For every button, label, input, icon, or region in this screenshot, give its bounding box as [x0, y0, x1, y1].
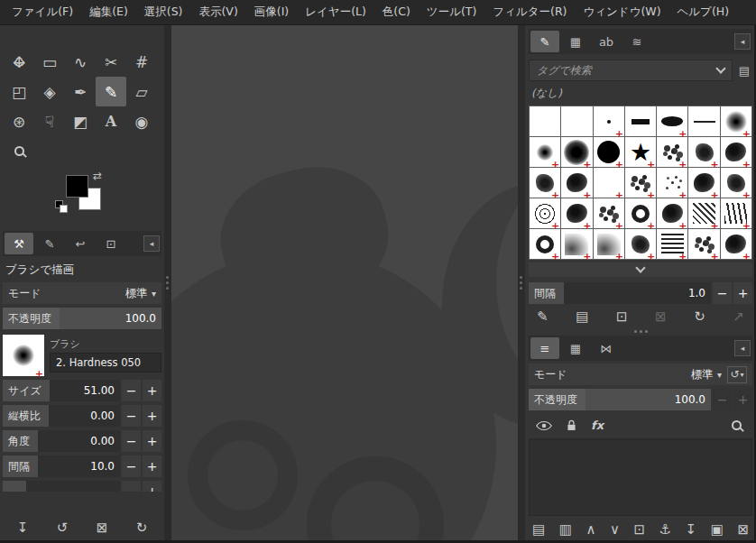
brush-item[interactable]: +: [688, 229, 719, 259]
brush-item[interactable]: +: [594, 168, 624, 198]
aspect-ratio-slider-decrease-button[interactable]: −: [122, 405, 141, 427]
layer-effects-icon[interactable]: fx: [591, 419, 604, 432]
tab-layers[interactable]: ≡: [530, 337, 559, 359]
layer-mode-value[interactable]: 標準: [691, 367, 713, 382]
brush-item[interactable]: [625, 106, 656, 136]
paint-mode-dropdown[interactable]: モード 標準 ▾: [3, 282, 161, 304]
default-colors-icon[interactable]: [55, 200, 68, 213]
delete-tool-preset-button[interactable]: ⊠: [97, 521, 108, 535]
new-layer-button[interactable]: ▤: [532, 523, 545, 537]
new-brush-button[interactable]: ▤: [576, 310, 588, 324]
brush-spacing-decrease-button[interactable]: −: [713, 282, 732, 304]
tab-fonts[interactable]: ab: [592, 31, 621, 52]
size-slider[interactable]: サイズ51.00: [3, 380, 120, 401]
tool-options-panel-menu-button[interactable]: ◂: [143, 235, 160, 252]
menubar-item[interactable]: ツール(T): [419, 1, 484, 23]
delete-layer-button[interactable]: ⊠: [737, 523, 749, 537]
free-select-tool[interactable]: ∿: [65, 47, 96, 77]
brush-thumbnail[interactable]: +: [3, 335, 44, 376]
restore-tool-preset-button[interactable]: ↺: [57, 521, 69, 535]
panel-resize-handle-left[interactable]: [164, 25, 171, 543]
clipped-slider[interactable]: [3, 481, 120, 492]
brush-item[interactable]: +: [657, 106, 687, 136]
menubar-item[interactable]: 表示(V): [190, 1, 245, 23]
lock-icon[interactable]: [566, 419, 577, 432]
brush-spacing-slider[interactable]: 間隔 1.0: [529, 282, 711, 304]
brush-item[interactable]: +: [561, 229, 592, 259]
foreground-color-swatch[interactable]: [66, 175, 88, 198]
brush-item[interactable]: +: [625, 198, 656, 228]
spacing-slider[interactable]: 間隔10.0: [3, 456, 120, 477]
size-slider-decrease-button[interactable]: −: [122, 380, 141, 401]
layer-opacity-slider[interactable]: 不透明度 100.0: [529, 389, 711, 410]
menubar-item[interactable]: 選択(S): [136, 1, 191, 23]
dock-separator-grip[interactable]: [529, 327, 752, 334]
brushes-panel-menu-button[interactable]: ◂: [734, 33, 751, 50]
new-layer-group-button[interactable]: ▥: [559, 523, 572, 537]
save-tool-preset-button[interactable]: ↧: [17, 521, 29, 535]
brush-item[interactable]: +: [657, 229, 687, 259]
brush-item[interactable]: +: [530, 168, 560, 198]
panel-resize-handle-right[interactable]: [518, 25, 525, 543]
brush-item[interactable]: +: [594, 106, 624, 136]
brush-item[interactable]: [688, 106, 719, 136]
zoom-tool[interactable]: [4, 136, 34, 166]
brush-item[interactable]: +: [561, 168, 592, 198]
color-picker-tool[interactable]: ◉: [126, 106, 157, 136]
brush-item[interactable]: +: [657, 198, 687, 228]
angle-slider[interactable]: 角度0.00: [3, 430, 120, 452]
merge-down-button[interactable]: ↧: [686, 523, 697, 537]
spacing-slider-increase-button[interactable]: +: [143, 456, 161, 477]
brush-item[interactable]: +: [721, 137, 751, 167]
brush-item[interactable]: +: [625, 229, 656, 259]
tag-search-input[interactable]: タグで検索: [529, 60, 733, 81]
clone-tool[interactable]: ⊛: [4, 106, 34, 136]
brush-list-expand-button[interactable]: [529, 262, 752, 277]
layers-list[interactable]: [529, 439, 752, 516]
brush-item[interactable]: +: [530, 198, 560, 228]
brush-name-field[interactable]: 2. Hardness 050: [50, 353, 161, 373]
gradient-tool[interactable]: ◩: [65, 106, 96, 136]
brush-item[interactable]: +: [594, 229, 624, 259]
brush-item[interactable]: +: [625, 168, 656, 198]
raise-layer-button[interactable]: ∧: [585, 523, 595, 537]
tab-tool-options[interactable]: ⚒: [5, 233, 33, 254]
crop-tool[interactable]: #: [126, 47, 157, 77]
brush-item[interactable]: [530, 106, 560, 136]
brush-item[interactable]: +: [561, 198, 592, 228]
move-tool[interactable]: ↔↕: [4, 47, 34, 77]
tab-patterns[interactable]: ▦: [561, 31, 590, 52]
opacity-slider[interactable]: 不透明度 100.0: [3, 308, 161, 329]
menubar-item[interactable]: 編集(E): [81, 1, 136, 23]
brush-item[interactable]: +: [657, 168, 687, 198]
paintbrush-tool[interactable]: ✎: [96, 77, 126, 106]
tab-channels[interactable]: ▦: [561, 337, 590, 359]
angle-slider-decrease-button[interactable]: −: [122, 430, 141, 452]
refresh-brushes-button[interactable]: ↻: [694, 310, 705, 324]
menubar-item[interactable]: レイヤー(L): [297, 1, 374, 23]
brush-item[interactable]: +: [688, 198, 719, 228]
brush-spacing-increase-button[interactable]: +: [733, 282, 752, 304]
aspect-ratio-slider-increase-button[interactable]: +: [143, 405, 161, 427]
tab-undo-history[interactable]: ↩: [66, 233, 95, 254]
layer-mode-switch-button[interactable]: ↺▾: [727, 366, 747, 383]
brush-item[interactable]: +: [594, 198, 624, 228]
text-tool[interactable]: A: [96, 106, 126, 136]
layer-search-icon[interactable]: [732, 420, 742, 430]
add-layer-mask-button[interactable]: ▣: [711, 523, 724, 537]
layers-panel-menu-button[interactable]: ◂: [734, 340, 751, 356]
swap-colors-icon[interactable]: ⇄: [93, 170, 102, 182]
brush-item[interactable]: +: [688, 137, 719, 167]
angle-slider-increase-button[interactable]: +: [143, 430, 161, 452]
spacing-slider-decrease-button[interactable]: −: [122, 456, 141, 477]
brush-item[interactable]: +: [721, 229, 751, 259]
brush-item[interactable]: +: [561, 137, 592, 167]
anchor-layer-button[interactable]: ⚓: [659, 523, 671, 537]
brush-item[interactable]: +: [594, 137, 624, 167]
brush-item[interactable]: +: [721, 106, 751, 136]
duplicate-brush-button[interactable]: ⊡: [616, 310, 628, 324]
size-slider-increase-button[interactable]: +: [143, 380, 161, 401]
transform-tool[interactable]: ◰: [4, 77, 34, 106]
menubar-item[interactable]: フィルター(R): [484, 1, 575, 23]
tag-edit-icon[interactable]: ▤: [736, 64, 752, 78]
